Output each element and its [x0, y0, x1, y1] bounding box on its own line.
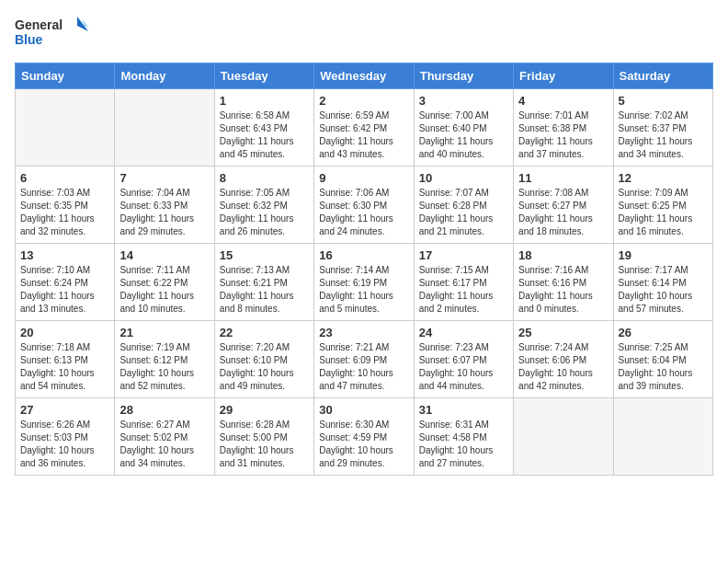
logo-svg: General Blue — [15, 15, 88, 52]
calendar-cell — [16, 89, 115, 167]
day-detail: Sunrise: 7:11 AM Sunset: 6:22 PM Dayligh… — [119, 264, 209, 316]
calendar-cell: 8Sunrise: 7:05 AM Sunset: 6:32 PM Daylig… — [214, 167, 313, 244]
calendar-cell: 3Sunrise: 7:00 AM Sunset: 6:40 PM Daylig… — [414, 89, 513, 167]
day-number: 30 — [319, 403, 408, 417]
weekday-header-tuesday: Tuesday — [214, 63, 313, 89]
day-detail: Sunrise: 7:16 AM Sunset: 6:16 PM Dayligh… — [518, 264, 608, 316]
calendar-cell: 23Sunrise: 7:21 AM Sunset: 6:09 PM Dayli… — [314, 321, 414, 398]
calendar-cell: 24Sunrise: 7:23 AM Sunset: 6:07 PM Dayli… — [414, 321, 513, 398]
day-number: 8 — [220, 171, 309, 185]
day-number: 13 — [20, 248, 109, 262]
day-number: 18 — [518, 248, 608, 262]
day-number: 12 — [619, 171, 708, 185]
day-detail: Sunrise: 7:10 AM Sunset: 6:24 PM Dayligh… — [20, 264, 109, 316]
calendar-cell: 19Sunrise: 7:17 AM Sunset: 6:14 PM Dayli… — [613, 244, 712, 321]
day-detail: Sunrise: 7:06 AM Sunset: 6:30 PM Dayligh… — [319, 187, 408, 238]
calendar-cell: 18Sunrise: 7:16 AM Sunset: 6:16 PM Dayli… — [514, 244, 613, 321]
day-detail: Sunrise: 7:00 AM Sunset: 6:40 PM Dayligh… — [419, 109, 508, 161]
day-detail: Sunrise: 7:14 AM Sunset: 6:19 PM Dayligh… — [319, 264, 408, 316]
day-detail: Sunrise: 6:59 AM Sunset: 6:42 PM Dayligh… — [319, 109, 408, 161]
day-detail: Sunrise: 7:01 AM Sunset: 6:38 PM Dayligh… — [518, 109, 608, 161]
day-detail: Sunrise: 6:58 AM Sunset: 6:43 PM Dayligh… — [220, 109, 309, 161]
day-detail: Sunrise: 6:28 AM Sunset: 5:00 PM Dayligh… — [220, 419, 309, 470]
day-detail: Sunrise: 7:02 AM Sunset: 6:37 PM Dayligh… — [619, 109, 708, 161]
day-number: 16 — [319, 248, 408, 262]
weekday-header-friday: Friday — [514, 63, 613, 89]
day-number: 15 — [220, 248, 309, 262]
day-number: 6 — [20, 171, 109, 185]
calendar-cell: 27Sunrise: 6:26 AM Sunset: 5:03 PM Dayli… — [16, 398, 115, 476]
calendar-cell: 22Sunrise: 7:20 AM Sunset: 6:10 PM Dayli… — [214, 321, 313, 398]
day-number: 1 — [220, 94, 309, 108]
calendar-cell: 6Sunrise: 7:03 AM Sunset: 6:35 PM Daylig… — [16, 167, 115, 244]
day-number: 4 — [518, 94, 608, 108]
calendar-cell: 4Sunrise: 7:01 AM Sunset: 6:38 PM Daylig… — [514, 89, 613, 167]
calendar-table: SundayMondayTuesdayWednesdayThursdayFrid… — [15, 63, 713, 476]
calendar-cell: 1Sunrise: 6:58 AM Sunset: 6:43 PM Daylig… — [214, 89, 313, 167]
weekday-header-thursday: Thursday — [414, 63, 513, 89]
day-number: 7 — [119, 171, 209, 185]
weekday-header-wednesday: Wednesday — [314, 63, 414, 89]
day-number: 21 — [119, 326, 209, 339]
day-detail: Sunrise: 7:19 AM Sunset: 6:12 PM Dayligh… — [119, 341, 209, 393]
day-number: 19 — [619, 248, 708, 262]
calendar-cell: 14Sunrise: 7:11 AM Sunset: 6:22 PM Dayli… — [115, 244, 214, 321]
day-detail: Sunrise: 7:08 AM Sunset: 6:27 PM Dayligh… — [518, 187, 608, 238]
day-number: 26 — [619, 326, 708, 339]
calendar-cell: 20Sunrise: 7:18 AM Sunset: 6:13 PM Dayli… — [16, 321, 115, 398]
calendar-cell: 5Sunrise: 7:02 AM Sunset: 6:37 PM Daylig… — [613, 89, 712, 167]
day-detail: Sunrise: 7:25 AM Sunset: 6:04 PM Dayligh… — [619, 341, 708, 393]
day-number: 5 — [619, 94, 708, 108]
calendar-cell: 11Sunrise: 7:08 AM Sunset: 6:27 PM Dayli… — [514, 167, 613, 244]
day-detail: Sunrise: 6:27 AM Sunset: 5:02 PM Dayligh… — [119, 419, 209, 470]
calendar-cell: 17Sunrise: 7:15 AM Sunset: 6:17 PM Dayli… — [414, 244, 513, 321]
calendar-cell: 28Sunrise: 6:27 AM Sunset: 5:02 PM Dayli… — [115, 398, 214, 476]
calendar-cell: 29Sunrise: 6:28 AM Sunset: 5:00 PM Dayli… — [214, 398, 313, 476]
day-detail: Sunrise: 7:03 AM Sunset: 6:35 PM Dayligh… — [20, 187, 109, 238]
svg-marker-2 — [77, 17, 88, 31]
day-number: 29 — [220, 403, 309, 417]
day-detail: Sunrise: 7:09 AM Sunset: 6:25 PM Dayligh… — [619, 187, 708, 238]
calendar-cell: 21Sunrise: 7:19 AM Sunset: 6:12 PM Dayli… — [115, 321, 214, 398]
svg-text:Blue: Blue — [15, 32, 43, 47]
day-number: 31 — [419, 403, 508, 417]
day-detail: Sunrise: 7:18 AM Sunset: 6:13 PM Dayligh… — [20, 341, 109, 393]
calendar-cell — [613, 398, 712, 476]
calendar-cell: 7Sunrise: 7:04 AM Sunset: 6:33 PM Daylig… — [115, 167, 214, 244]
weekday-header-sunday: Sunday — [16, 63, 115, 89]
weekday-header-monday: Monday — [115, 63, 214, 89]
day-number: 17 — [419, 248, 508, 262]
day-detail: Sunrise: 7:04 AM Sunset: 6:33 PM Dayligh… — [119, 187, 209, 238]
day-detail: Sunrise: 7:13 AM Sunset: 6:21 PM Dayligh… — [220, 264, 309, 316]
calendar-cell: 2Sunrise: 6:59 AM Sunset: 6:42 PM Daylig… — [314, 89, 414, 167]
day-detail: Sunrise: 7:15 AM Sunset: 6:17 PM Dayligh… — [419, 264, 508, 316]
calendar-cell: 12Sunrise: 7:09 AM Sunset: 6:25 PM Dayli… — [613, 167, 712, 244]
day-detail: Sunrise: 7:21 AM Sunset: 6:09 PM Dayligh… — [319, 341, 408, 393]
day-number: 25 — [518, 326, 608, 339]
day-detail: Sunrise: 7:24 AM Sunset: 6:06 PM Dayligh… — [518, 341, 608, 393]
day-number: 14 — [119, 248, 209, 262]
day-detail: Sunrise: 7:17 AM Sunset: 6:14 PM Dayligh… — [619, 264, 708, 316]
weekday-header-saturday: Saturday — [613, 63, 712, 89]
day-detail: Sunrise: 6:31 AM Sunset: 4:58 PM Dayligh… — [419, 419, 508, 470]
calendar-cell — [115, 89, 214, 167]
day-detail: Sunrise: 7:05 AM Sunset: 6:32 PM Dayligh… — [220, 187, 309, 238]
day-number: 24 — [419, 326, 508, 339]
calendar-cell: 26Sunrise: 7:25 AM Sunset: 6:04 PM Dayli… — [613, 321, 712, 398]
day-number: 27 — [20, 403, 109, 417]
day-number: 11 — [518, 171, 608, 185]
day-detail: Sunrise: 6:26 AM Sunset: 5:03 PM Dayligh… — [20, 419, 109, 470]
calendar-cell: 9Sunrise: 7:06 AM Sunset: 6:30 PM Daylig… — [314, 167, 414, 244]
calendar-cell: 16Sunrise: 7:14 AM Sunset: 6:19 PM Dayli… — [314, 244, 414, 321]
day-detail: Sunrise: 7:20 AM Sunset: 6:10 PM Dayligh… — [220, 341, 309, 393]
day-number: 9 — [319, 171, 408, 185]
day-detail: Sunrise: 7:23 AM Sunset: 6:07 PM Dayligh… — [419, 341, 508, 393]
day-number: 22 — [220, 326, 309, 339]
day-number: 3 — [419, 94, 508, 108]
day-detail: Sunrise: 7:07 AM Sunset: 6:28 PM Dayligh… — [419, 187, 508, 238]
calendar-cell: 15Sunrise: 7:13 AM Sunset: 6:21 PM Dayli… — [214, 244, 313, 321]
calendar-cell: 13Sunrise: 7:10 AM Sunset: 6:24 PM Dayli… — [16, 244, 115, 321]
day-detail: Sunrise: 6:30 AM Sunset: 4:59 PM Dayligh… — [319, 419, 408, 470]
page-header: General Blue — [15, 15, 713, 52]
day-number: 10 — [419, 171, 508, 185]
